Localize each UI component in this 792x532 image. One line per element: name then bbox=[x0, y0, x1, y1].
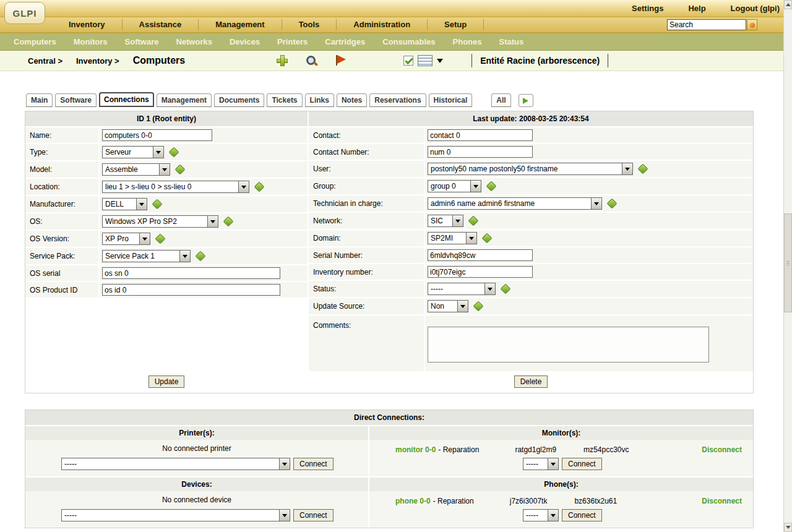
scroll-down-icon[interactable] bbox=[784, 523, 792, 532]
entity-selector[interactable]: Entité Racine (arborescence) bbox=[471, 54, 608, 67]
menu-management[interactable]: Management bbox=[199, 19, 282, 30]
main-menu: Inventory Assistance Management Tools Ad… bbox=[0, 17, 792, 33]
add-status-icon[interactable] bbox=[501, 284, 511, 294]
os-serial-input[interactable] bbox=[102, 267, 280, 279]
user-select[interactable]: postonly50 name postonly50 firstname bbox=[428, 163, 633, 175]
breadcrumb-central[interactable]: Central > bbox=[28, 56, 62, 66]
add-type-icon[interactable] bbox=[169, 147, 179, 158]
menu-assistance[interactable]: Assistance bbox=[123, 19, 199, 30]
phone-disconnect-link[interactable]: Disconnect bbox=[702, 497, 742, 505]
service-pack-select[interactable]: Service Pack 1 bbox=[102, 250, 191, 262]
add-technician-icon[interactable] bbox=[607, 199, 618, 209]
serial-number-input[interactable] bbox=[428, 249, 533, 261]
group-select[interactable]: group 0 bbox=[428, 180, 481, 192]
add-manufacturer-icon[interactable] bbox=[152, 199, 163, 210]
monitor-disconnect-link[interactable]: Disconnect bbox=[702, 445, 742, 454]
form-right-column: Last update: 2008-03-25 20:43:54 Contact… bbox=[309, 111, 753, 393]
scroll-thumb[interactable] bbox=[784, 213, 792, 312]
search-icon[interactable] bbox=[305, 54, 317, 67]
submenu-networks[interactable]: Networks bbox=[167, 37, 221, 46]
network-select[interactable]: SIC bbox=[428, 215, 463, 227]
add-network-icon[interactable] bbox=[468, 216, 479, 226]
scroll-up-icon[interactable] bbox=[784, 0, 792, 9]
location-select[interactable]: lieu 1 > s-lieu 0 > ss-lieu 0 bbox=[102, 181, 249, 193]
os-select[interactable]: Windows XP Pro SP2 bbox=[102, 215, 218, 228]
submenu-monitors[interactable]: Monitors bbox=[65, 37, 116, 46]
add-location-icon[interactable] bbox=[254, 182, 265, 192]
comments-textarea[interactable] bbox=[428, 327, 709, 363]
menu-setup[interactable]: Setup bbox=[428, 19, 484, 30]
tab-all[interactable]: All bbox=[491, 93, 510, 107]
submenu-computers[interactable]: Computers bbox=[5, 37, 65, 46]
update-button[interactable]: Update bbox=[148, 375, 185, 388]
update-source-select[interactable]: Non bbox=[428, 300, 468, 312]
device-connect-button[interactable]: Connect bbox=[293, 509, 334, 521]
tab-main[interactable]: Main bbox=[26, 93, 53, 107]
phone-link[interactable]: phone 0-0 bbox=[395, 497, 431, 505]
manufacturer-select[interactable]: DELL bbox=[102, 198, 147, 210]
model-select[interactable]: Assemble bbox=[102, 163, 170, 176]
printer-select[interactable]: ----- bbox=[61, 458, 290, 470]
submenu-printers[interactable]: Printers bbox=[269, 37, 316, 46]
type-select[interactable]: Serveur bbox=[102, 146, 164, 158]
add-model-icon[interactable] bbox=[175, 165, 186, 175]
phone-connect-button[interactable]: Connect bbox=[562, 509, 602, 521]
add-service-pack-icon[interactable] bbox=[196, 251, 206, 262]
monitor-link[interactable]: monitor 0-0 bbox=[395, 445, 436, 454]
scrollbar[interactable] bbox=[783, 0, 792, 532]
contact-number-input[interactable] bbox=[428, 146, 533, 158]
add-item-icon[interactable] bbox=[277, 55, 288, 67]
breadcrumb-inventory[interactable]: Inventory > bbox=[76, 56, 119, 66]
add-os-icon[interactable] bbox=[223, 217, 234, 227]
tab-documents[interactable]: Documents bbox=[214, 93, 264, 107]
device-select[interactable]: ----- bbox=[61, 509, 290, 521]
os-version-select[interactable]: XP Pro bbox=[102, 233, 150, 245]
contact-input[interactable] bbox=[428, 129, 533, 141]
tab-links[interactable]: Links bbox=[305, 93, 334, 107]
delete-button[interactable]: Delete bbox=[514, 375, 548, 388]
search-input[interactable] bbox=[667, 19, 746, 30]
submenu-devices[interactable]: Devices bbox=[221, 37, 269, 46]
tab-connections[interactable]: Connections bbox=[99, 92, 154, 107]
tab-notes[interactable]: Notes bbox=[337, 93, 367, 107]
submenu-software[interactable]: Software bbox=[116, 37, 168, 46]
submenu-cartridges[interactable]: Cartridges bbox=[316, 37, 374, 46]
monitor-connect-button[interactable]: Connect bbox=[562, 458, 602, 470]
submenu-status[interactable]: Status bbox=[491, 37, 533, 46]
logout-link[interactable]: Logout (glpi) bbox=[731, 4, 780, 13]
page-title[interactable]: Computers bbox=[133, 55, 185, 66]
monitor-select[interactable]: ----- bbox=[523, 458, 559, 470]
submenu-consumables[interactable]: Consumables bbox=[374, 37, 444, 46]
tab-software[interactable]: Software bbox=[55, 93, 97, 107]
phone-select[interactable]: ----- bbox=[523, 509, 559, 521]
menu-inventory[interactable]: Inventory bbox=[52, 19, 123, 30]
add-update-source-icon[interactable] bbox=[473, 301, 484, 312]
chevron-down-icon[interactable] bbox=[437, 59, 443, 63]
menu-administration[interactable]: Administration bbox=[337, 19, 428, 30]
checkbox-icon[interactable] bbox=[403, 56, 413, 66]
settings-link[interactable]: Settings bbox=[632, 4, 663, 13]
menu-tools[interactable]: Tools bbox=[282, 19, 337, 30]
add-os-version-icon[interactable] bbox=[155, 234, 166, 244]
domain-select[interactable]: SP2MI bbox=[428, 232, 477, 244]
next-tab-button[interactable] bbox=[519, 94, 533, 107]
tab-reservations[interactable]: Reservations bbox=[369, 93, 426, 107]
bookmark-icon[interactable] bbox=[334, 54, 346, 67]
printer-connect-button[interactable]: Connect bbox=[293, 458, 334, 470]
add-group-icon[interactable] bbox=[486, 181, 497, 192]
glpi-logo[interactable]: GLPI bbox=[4, 2, 45, 24]
search-submit-icon[interactable] bbox=[747, 19, 757, 30]
technician-select[interactable]: admin6 name admin6 firstname bbox=[428, 197, 602, 210]
help-link[interactable]: Help bbox=[688, 4, 705, 13]
status-select[interactable]: ----- bbox=[428, 283, 496, 295]
add-user-icon[interactable] bbox=[638, 164, 648, 174]
add-domain-icon[interactable] bbox=[482, 233, 493, 244]
inventory-number-input[interactable] bbox=[428, 266, 533, 278]
list-view-icon[interactable] bbox=[418, 55, 433, 66]
tab-historical[interactable]: Historical bbox=[429, 93, 473, 107]
submenu-phones[interactable]: Phones bbox=[444, 37, 491, 46]
os-product-id-input[interactable] bbox=[102, 284, 280, 296]
tab-tickets[interactable]: Tickets bbox=[267, 93, 302, 107]
name-input[interactable] bbox=[102, 129, 212, 141]
tab-management[interactable]: Management bbox=[157, 93, 212, 107]
